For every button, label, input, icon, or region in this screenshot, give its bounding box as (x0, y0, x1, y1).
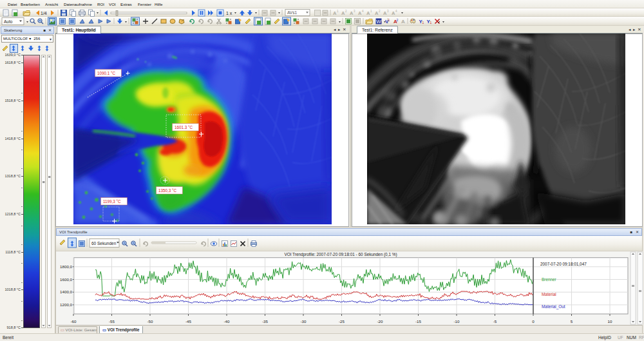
svg-text:1: 1 (337, 10, 339, 13)
svg-text:-20: -20 (377, 319, 384, 324)
svg-text:1: 1 (422, 21, 424, 24)
svg-text:-50: -50 (147, 319, 154, 324)
svg-text:2: 2 (379, 10, 381, 13)
svg-text:-40: -40 (224, 319, 231, 324)
svg-text:Material: Material (542, 292, 556, 297)
svg-text:W: W (376, 19, 381, 24)
svg-text:1: 1 (388, 18, 390, 22)
svg-text:VOI Trendprofile: 2007-07-20 0: VOI Trendprofile: 2007-07-20 09:18:01 - … (284, 252, 397, 257)
svg-text:1600,0: 1600,0 (60, 277, 72, 282)
svg-text:3: 3 (354, 10, 355, 13)
svg-text:-35: -35 (262, 319, 269, 324)
svg-text:2007-07-20 09:18:01,047: 2007-07-20 09:18:01,047 (540, 262, 587, 266)
svg-text:2: 2 (345, 10, 347, 13)
svg-text:1601.3 °C: 1601.3 °C (175, 125, 193, 130)
svg-text:-25: -25 (339, 319, 345, 324)
svg-text:-60: -60 (71, 319, 77, 324)
svg-text:4: 4 (362, 10, 364, 13)
svg-text:Brenner: Brenner (542, 277, 557, 282)
svg-text:AVs1: AVs1 (287, 10, 297, 15)
svg-text:5: 5 (571, 319, 573, 324)
svg-text:2: 2 (397, 18, 399, 22)
svg-text:1199,3 °C: 1199,3 °C (103, 199, 121, 204)
svg-text:1: 1 (370, 10, 372, 13)
svg-text:-45: -45 (185, 319, 192, 324)
svg-text:-30: -30 (301, 319, 307, 324)
svg-text:A: A (401, 19, 405, 24)
svg-text:-15: -15 (415, 319, 422, 324)
svg-text:1: 1 (430, 21, 432, 24)
svg-text:1350,3 °C: 1350,3 °C (158, 188, 177, 193)
svg-text:10: 10 (608, 319, 612, 324)
svg-text:-5: -5 (493, 319, 497, 324)
svg-text:Auto: Auto (4, 19, 13, 24)
svg-text:Material_Out: Material_Out (542, 304, 565, 309)
svg-text:1400,0: 1400,0 (60, 289, 72, 294)
svg-text:0: 0 (532, 319, 535, 324)
svg-text:3: 3 (387, 10, 389, 13)
svg-text:1800,0: 1800,0 (60, 264, 72, 269)
svg-text:1 x: 1 x (226, 11, 232, 15)
svg-text:1200,0: 1200,0 (60, 302, 72, 307)
svg-text:60 Sekunden: 60 Sekunden (91, 241, 117, 246)
svg-text:1/4: 1/4 (41, 11, 47, 15)
svg-text:-10: -10 (454, 319, 460, 324)
svg-text:1090.1 °C: 1090.1 °C (97, 71, 116, 75)
svg-text:-55: -55 (109, 319, 115, 324)
svg-text:4: 4 (395, 10, 397, 13)
